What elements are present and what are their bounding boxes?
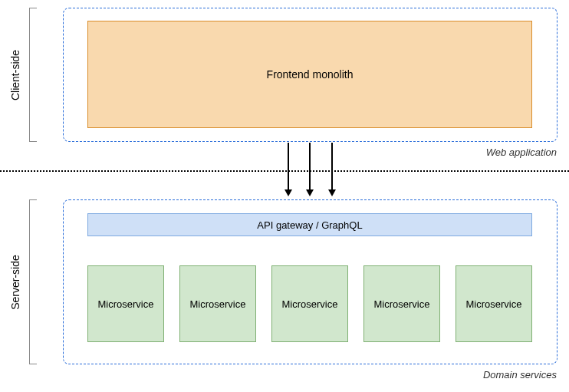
api-gateway-box: API gateway / GraphQL: [87, 213, 532, 236]
microservice-box-3: Microservice: [271, 265, 348, 342]
server-side-bracket: [29, 199, 37, 364]
arrow-3-head: [328, 189, 336, 196]
horizontal-divider: [0, 170, 569, 172]
arrow-2-head: [306, 189, 314, 196]
server-side-label: Server-side: [9, 255, 21, 310]
frontend-monolith-box: Frontend monolith: [87, 21, 532, 128]
domain-services-caption: Domain services: [483, 369, 557, 380]
arrow-1-head: [284, 189, 292, 196]
microservice-box-4: Microservice: [363, 265, 440, 342]
microservice-label-1: Microservice: [98, 298, 154, 310]
arrow-2-line: [309, 143, 311, 190]
web-application-caption: Web application: [486, 147, 557, 158]
microservice-label-5: Microservice: [466, 298, 522, 310]
microservice-label-2: Microservice: [190, 298, 246, 310]
microservice-box-2: Microservice: [179, 265, 256, 342]
microservice-label-3: Microservice: [282, 298, 338, 310]
microservice-box-5: Microservice: [456, 265, 532, 342]
client-side-bracket: [29, 8, 37, 142]
arrow-1-line: [288, 143, 289, 190]
api-gateway-label: API gateway / GraphQL: [257, 219, 362, 231]
microservice-box-1: Microservice: [87, 265, 164, 342]
frontend-monolith-label: Frontend monolith: [267, 68, 354, 81]
microservice-label-4: Microservice: [374, 298, 430, 310]
arrow-3-line: [331, 143, 333, 190]
client-side-label: Client-side: [9, 50, 21, 100]
